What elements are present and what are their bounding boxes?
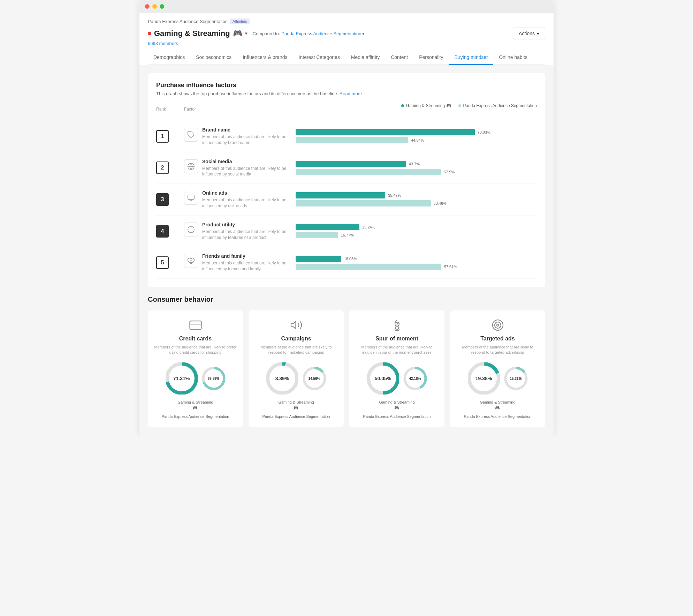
- secondary-bar-wrapper: 57.5%: [296, 169, 537, 175]
- bars-col: 25.24% 16.77%: [296, 224, 537, 238]
- bars-col: 35.47% 53.46%: [296, 192, 537, 206]
- rank-number: 4: [156, 225, 184, 238]
- donut-labels: Gaming & Streaming 🎮 Panda Express Audie…: [456, 400, 540, 419]
- purchase-influence-desc: This graph shows the top purchase influe…: [156, 91, 537, 96]
- rank-number: 3: [156, 193, 184, 206]
- compared-to: Compared to: Panda Express Audience Segm…: [253, 31, 365, 36]
- rank-number: 5: [156, 256, 184, 269]
- consumer-behavior-section: Consumer behavior Credit cards Members o…: [148, 295, 545, 427]
- donut-labels: Gaming & Streaming 🎮 Panda Express Audie…: [153, 400, 237, 419]
- primary-bar-label: 70.83%: [478, 130, 490, 134]
- consumer-title: Campaigns: [254, 336, 338, 342]
- legend-secondary: Panda Express Audience Segmentation: [458, 103, 537, 108]
- secondary-donut: 42.18%: [403, 367, 427, 390]
- close-button[interactable]: [145, 4, 150, 9]
- primary-bar-wrapper: 43.7%: [296, 161, 537, 167]
- consumer-icon: [254, 319, 338, 331]
- primary-bar: [296, 129, 475, 135]
- consumer-icon: [355, 319, 439, 331]
- actions-button[interactable]: Actions ▾: [513, 28, 545, 39]
- primary-bar: [296, 192, 385, 198]
- gaming-controller-icon: 🎮: [193, 406, 198, 410]
- tab-personality[interactable]: Personality: [413, 50, 449, 65]
- primary-donut-value: 50.05%: [375, 376, 391, 381]
- tabs-nav: Demographics Socioeconomics Influencers …: [148, 50, 545, 65]
- legend-secondary-dot: [458, 104, 461, 107]
- factor-row: 5 Friends and family Members of this aud…: [156, 247, 537, 279]
- factor-rows: 1 Brand name Members of this audience th…: [156, 121, 537, 279]
- factor-info: Social media Members of this audience th…: [184, 159, 296, 178]
- primary-donut-value: 3.39%: [275, 376, 289, 381]
- affinities-badge[interactable]: Affinities: [230, 18, 250, 24]
- consumer-desc: Members of the audience that are likely …: [456, 345, 540, 355]
- secondary-donut-value: 69.59%: [208, 376, 220, 380]
- audience-dropdown[interactable]: ▾: [245, 31, 247, 36]
- breadcrumb-text: Panda Express Audience Segmentation: [148, 19, 228, 24]
- consumer-desc: Members of the audience that are likely …: [355, 345, 439, 355]
- factor-text: Product utility Members of this audience…: [202, 222, 296, 241]
- header: Panda Express Audience Segmentation Affi…: [139, 13, 554, 65]
- svg-rect-3: [188, 195, 194, 200]
- primary-bar-label: 18.03%: [344, 257, 357, 261]
- col-factor-header: Factor: [184, 107, 296, 112]
- secondary-bar: [296, 137, 408, 143]
- svg-marker-14: [291, 321, 296, 329]
- tab-online-habits[interactable]: Online habits: [493, 50, 533, 65]
- purchase-influence-title: Purchase influence factors: [156, 82, 537, 89]
- gaming-label: Gaming & Streaming 🎮: [177, 400, 213, 410]
- factor-icon: [184, 254, 198, 268]
- tab-socioeconomics[interactable]: Socioeconomics: [190, 50, 237, 65]
- gaming-controller-icon: 🎮: [294, 406, 298, 410]
- consumer-title: Targeted ads: [456, 336, 540, 342]
- primary-bar-wrapper: 35.47%: [296, 192, 537, 198]
- primary-donut: 50.05%: [367, 362, 399, 395]
- tab-demographics[interactable]: Demographics: [148, 50, 190, 65]
- maximize-button[interactable]: [160, 4, 164, 9]
- secondary-bar-wrapper: 16.77%: [296, 232, 537, 238]
- primary-bar-wrapper: 25.24%: [296, 224, 537, 230]
- consumer-desc: Members of the audience that are likely …: [254, 345, 338, 355]
- factor-text: Friends and family Members of this audie…: [202, 253, 296, 272]
- factor-text: Brand name Members of this audience that…: [202, 127, 296, 146]
- bars-col: 70.83% 44.54%: [296, 129, 537, 143]
- factor-desc: Members of this audience that are likely…: [202, 229, 296, 241]
- consumer-card: Targeted ads Members of the audience tha…: [450, 310, 545, 427]
- donut-pair: 71.31% 69.59%: [153, 362, 237, 395]
- tab-interest[interactable]: Interest Categories: [293, 50, 345, 65]
- panda-label: Panda Express Audience Segmentation: [363, 414, 431, 419]
- minimize-button[interactable]: [152, 4, 157, 9]
- secondary-bar-wrapper: 44.54%: [296, 137, 537, 143]
- donut-pair: 50.05% 42.18%: [355, 362, 439, 395]
- factor-desc: Members of this audience that are likely…: [202, 134, 296, 146]
- compared-to-link[interactable]: Panda Express Audience Segmentation ▾: [281, 31, 365, 36]
- primary-bar: [296, 161, 406, 167]
- factor-row: 3 Online ads Members of this audience th…: [156, 184, 537, 216]
- main-content: Purchase influence factors This graph sh…: [139, 65, 554, 435]
- secondary-donut: 69.59%: [202, 367, 226, 390]
- factor-name: Friends and family: [202, 253, 296, 259]
- secondary-bar: [296, 232, 338, 238]
- purchase-influence-card: Purchase influence factors This graph sh…: [148, 73, 545, 287]
- svg-point-19: [395, 326, 398, 329]
- factor-name: Brand name: [202, 127, 296, 133]
- factor-row: 2 Social media Members of this audience …: [156, 152, 537, 184]
- factor-text: Online ads Members of this audience that…: [202, 190, 296, 209]
- consumer-icon: [456, 319, 540, 331]
- bars-col: 18.03% 57.61%: [296, 256, 537, 270]
- tab-content[interactable]: Content: [385, 50, 413, 65]
- tab-media[interactable]: Media affinity: [345, 50, 385, 65]
- secondary-donut: 15.31%: [504, 367, 528, 390]
- primary-bar-label: 25.24%: [362, 225, 375, 229]
- factor-info: Product utility Members of this audience…: [184, 222, 296, 241]
- chart-legend: Gaming & Streaming 🎮 Panda Express Audie…: [401, 103, 537, 108]
- donut-labels: Gaming & Streaming 🎮 Panda Express Audie…: [355, 400, 439, 419]
- gaming-label: Gaming & Streaming 🎮: [278, 400, 314, 410]
- audience-row: Gaming & Streaming 🎮 ▾ Compared to: Pand…: [148, 28, 545, 39]
- consumer-behavior-title: Consumer behavior: [148, 295, 545, 303]
- secondary-donut-value: 14.56%: [309, 376, 320, 380]
- tab-buying-mindset[interactable]: Buying mindset: [449, 50, 493, 65]
- primary-bar-wrapper: 18.03%: [296, 256, 537, 262]
- tab-influencers[interactable]: Influencers & brands: [237, 50, 293, 65]
- read-more-link[interactable]: Read more: [340, 91, 362, 96]
- donut-pair: 3.39% 14.56%: [254, 362, 338, 395]
